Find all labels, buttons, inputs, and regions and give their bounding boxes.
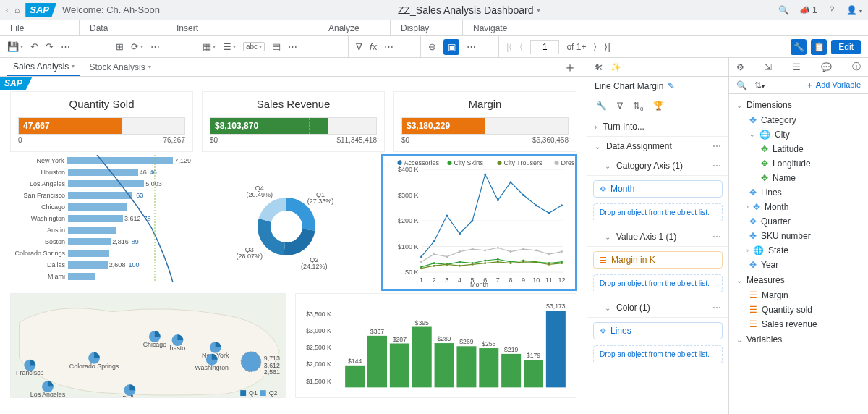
prev-page-icon[interactable]: ⟨: [519, 41, 523, 52]
page-input[interactable]: [530, 40, 559, 54]
tile-sales-revenue[interactable]: Sales Revenue $8,103,870 $0$11,345,418: [202, 91, 385, 152]
first-page-icon[interactable]: |⟨: [506, 41, 512, 52]
acc-data-assignment[interactable]: ⌄Data Assignment⋯: [587, 137, 728, 156]
acc-value-axis[interactable]: ⌄Value Axis 1 (1)⋯: [587, 227, 728, 247]
section-icon[interactable]: ▤: [272, 41, 281, 52]
chip-margin-k[interactable]: ☰Margin in K: [593, 251, 723, 269]
menu-navigate[interactable]: Navigate: [463, 20, 542, 35]
drop-zone[interactable]: Drop an object from the object list.: [593, 274, 723, 292]
svg-text:$337: $337: [370, 328, 384, 335]
section-variables[interactable]: ⌄Variables: [729, 331, 868, 347]
var-sku-number[interactable]: ✥SKU number: [729, 229, 868, 243]
section-measures[interactable]: ⌄Measures: [729, 272, 868, 288]
chart-quarter-donut[interactable]: Q1(27.33%)Q2(24.12%)Q3(28.07%)Q4(20.49%): [200, 155, 373, 290]
add-tab-icon[interactable]: ＋: [563, 59, 579, 76]
gear-icon[interactable]: ⚙: [736, 62, 744, 72]
more-icon[interactable]: ⋯: [467, 41, 476, 52]
svg-text:City Trousers: City Trousers: [504, 159, 543, 166]
acc-turn-into[interactable]: ›Turn Into...: [587, 117, 728, 137]
sort-icon[interactable]: ⇅0: [633, 101, 643, 112]
info-icon[interactable]: ⓘ: [852, 61, 861, 73]
formula-icon[interactable]: fx: [370, 41, 377, 52]
var-latitude[interactable]: ✥Latitude: [729, 142, 868, 156]
menu-data[interactable]: Data: [80, 20, 166, 35]
chip-lines[interactable]: ✥Lines: [593, 322, 723, 339]
back-icon[interactable]: ‹: [6, 5, 9, 15]
var-year[interactable]: ✥Year: [729, 258, 868, 272]
zoom-out-icon[interactable]: ⊖: [428, 41, 436, 52]
var-quarter[interactable]: ✥Quarter: [729, 214, 868, 229]
build-panel: 🛠 ✨ Line Chart Margin ✎ 🔧 ∇ ⇅0 🏆 ›Turn I…: [587, 58, 729, 414]
search-icon[interactable]: 🔍: [778, 5, 789, 15]
last-page-icon[interactable]: ⟩|: [604, 41, 610, 52]
menu-file[interactable]: File: [0, 20, 80, 35]
list-icon[interactable]: ☰: [793, 62, 801, 72]
acc-category-axis[interactable]: ⌄Category Axis (1)⋯: [587, 156, 728, 176]
document-title[interactable]: ZZ_Sales Analysis Dashboard ▾: [398, 4, 540, 16]
chip-month[interactable]: ✥Month: [593, 180, 723, 198]
undo-icon[interactable]: ↶: [30, 41, 38, 52]
svg-rect-136: [524, 360, 543, 387]
chart-city-bars[interactable]: New York7,129Houston4646Los Angeles5,003…: [10, 155, 191, 278]
comment-icon[interactable]: 💬: [821, 62, 832, 72]
help-icon[interactable]: ？: [827, 4, 836, 16]
next-page-icon[interactable]: ⟩: [593, 41, 597, 52]
var-longitude[interactable]: ✥Longitude: [729, 156, 868, 171]
menu-insert[interactable]: Insert: [166, 20, 318, 35]
chart-geo-map[interactable]: ChicagoNew YorkWashingtonColorado Spring…: [10, 293, 286, 398]
sort-icon[interactable]: ⇅▾: [754, 80, 765, 90]
user-icon[interactable]: 👤 ▾: [846, 5, 862, 15]
add-variable-button[interactable]: ＋ Add Variable: [806, 80, 861, 90]
save-icon[interactable]: 💾: [7, 41, 23, 52]
format-icon[interactable]: 🔧: [596, 101, 607, 112]
menu-display[interactable]: Display: [391, 20, 463, 35]
var-month[interactable]: ›✥Month: [729, 200, 868, 214]
var-margin[interactable]: ☰Margin: [729, 288, 868, 303]
table-icon[interactable]: ▦: [203, 41, 216, 52]
wrench-icon[interactable]: 🛠: [595, 62, 603, 72]
var-quantity-sold[interactable]: ☰Quantity sold: [729, 303, 868, 317]
redo-icon[interactable]: ↷: [46, 41, 54, 52]
more-icon[interactable]: ⋯: [384, 41, 393, 52]
data-source-icon[interactable]: ⊞: [116, 41, 124, 52]
acc-color[interactable]: ⌄Color (1)⋯: [587, 298, 728, 318]
filter-icon[interactable]: ∇: [356, 41, 362, 52]
chart-monthly-bars[interactable]: $1,500 K$2,000 K$2,500 K$3,000 K$3,500 K…: [295, 293, 576, 398]
fit-page-icon[interactable]: ▣: [443, 39, 459, 55]
tool1-icon[interactable]: 🔧: [791, 39, 807, 55]
svg-text:2,561: 2,561: [264, 368, 280, 376]
more-icon[interactable]: ⋯: [61, 41, 70, 52]
section-dimensions[interactable]: ⌄Dimensions: [729, 97, 868, 113]
menu-analyze[interactable]: Analyze: [318, 20, 391, 35]
var-sales-revenue[interactable]: ☰Sales revenue: [729, 317, 868, 331]
more-icon[interactable]: ⋯: [150, 41, 160, 52]
edit-name-icon[interactable]: ✎: [668, 81, 675, 91]
text-icon[interactable]: abc: [243, 42, 265, 51]
chart-icon[interactable]: ☰: [223, 41, 236, 52]
edit-button[interactable]: Edit: [831, 40, 861, 54]
tile-quantity-sold[interactable]: Quantity Sold 47,667 076,267: [10, 91, 193, 152]
rank-icon[interactable]: 🏆: [653, 101, 664, 112]
svg-text:$2,000 K: $2,000 K: [306, 360, 331, 368]
var-name[interactable]: ✥Name: [729, 171, 868, 185]
wand-icon[interactable]: ✨: [610, 62, 621, 72]
tab-sales-analysis[interactable]: Sales Analysis▾: [7, 58, 80, 76]
search-icon[interactable]: 🔍: [736, 80, 747, 90]
var-category[interactable]: ✥Category: [729, 113, 868, 127]
svg-text:$200 K: $200 K: [398, 217, 419, 224]
clipboard-icon[interactable]: 📋: [811, 39, 827, 55]
refresh-icon[interactable]: ⟳: [131, 41, 143, 52]
tile-margin[interactable]: Margin $3,180,229 $0$6,360,458: [393, 91, 576, 152]
var-lines[interactable]: ✥Lines: [729, 185, 868, 200]
announce-icon[interactable]: 📣 1: [799, 5, 817, 15]
chart-margin-line[interactable]: ● AccessoriesCity SkirtsCity TrousersDre…: [382, 155, 576, 290]
more-icon[interactable]: ⋯: [288, 41, 297, 52]
drop-zone[interactable]: Drop an object from the object list.: [593, 345, 723, 363]
filter-icon[interactable]: ∇: [617, 101, 623, 112]
var-city[interactable]: ⌄🌐City: [729, 127, 868, 142]
tree-icon[interactable]: ⇲: [765, 62, 772, 72]
drop-zone[interactable]: Drop an object from the object list.: [593, 203, 723, 221]
home-icon[interactable]: ⌂: [14, 5, 20, 15]
var-state[interactable]: ›🌐State: [729, 243, 868, 258]
tab-stock-analysis[interactable]: Stock Analysis▾: [83, 58, 156, 76]
